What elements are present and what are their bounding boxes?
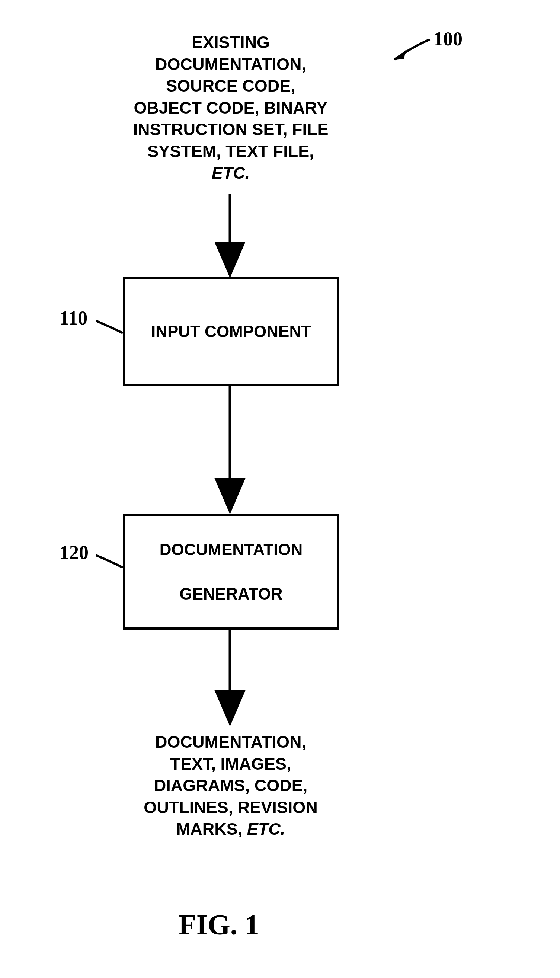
doc-generator-label-line1: DOCUMENTATION <box>156 538 307 560</box>
text-line: DOCUMENTATION, <box>155 55 306 74</box>
leadline-100-arrowhead <box>394 50 406 60</box>
text-line: OBJECT CODE, BINARY <box>134 98 328 117</box>
leadline-120 <box>96 555 123 568</box>
figure-label: FIG. 1 <box>178 908 259 941</box>
documentation-generator-box: DOCUMENTATION GENERATOR <box>123 513 339 630</box>
text-line: EXISTING <box>192 33 270 52</box>
doc-generator-label-line2: GENERATOR <box>156 583 307 605</box>
text-line: TEXT, IMAGES, <box>170 754 291 773</box>
text-line-etc: ETC. <box>212 163 250 182</box>
leadline-100 <box>394 40 430 60</box>
ref-label-110: 110 <box>60 307 87 329</box>
text-line: DIAGRAMS, CODE, <box>154 776 308 795</box>
ref-label-100: 100 <box>433 28 463 50</box>
text-line: SYSTEM, TEXT FILE, <box>147 142 314 161</box>
input-description-text: EXISTING DOCUMENTATION, SOURCE CODE, OBJ… <box>97 32 365 184</box>
text-line: MARKS, <box>177 820 247 838</box>
input-component-label: INPUT COMPONENT <box>147 322 315 341</box>
output-description-text: DOCUMENTATION, TEXT, IMAGES, DIAGRAMS, C… <box>104 731 357 840</box>
text-line: INSTRUCTION SET, FILE <box>133 120 328 139</box>
input-component-box: INPUT COMPONENT <box>123 277 339 386</box>
text-line: OUTLINES, REVISION <box>143 798 318 817</box>
text-line: DOCUMENTATION, <box>155 732 306 751</box>
diagram-page: 100 EXISTING DOCUMENTATION, SOURCE CODE,… <box>0 0 560 978</box>
leadline-110 <box>96 321 123 333</box>
text-line-etc: ETC. <box>247 820 285 838</box>
text-line: SOURCE CODE, <box>166 76 295 95</box>
ref-label-120: 120 <box>60 541 88 563</box>
